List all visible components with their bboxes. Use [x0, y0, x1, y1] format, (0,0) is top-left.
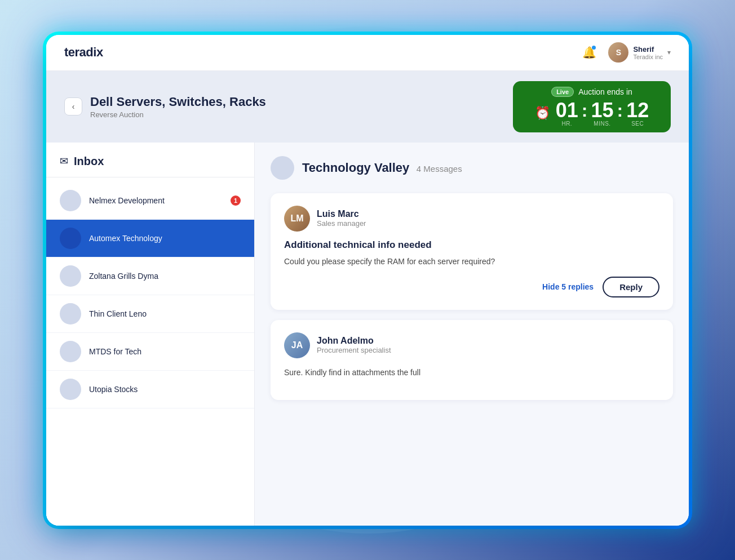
- inbox-item-name: Automex Technology: [89, 234, 241, 243]
- back-icon: ‹: [72, 102, 75, 111]
- inbox-header: ✉ Inbox: [46, 143, 254, 177]
- auction-info: Dell Servers, Switches, Racks Reverse Au…: [90, 95, 266, 119]
- notification-badge: 1: [231, 195, 241, 206]
- auction-title: Dell Servers, Switches, Racks: [90, 95, 266, 109]
- auction-header: ‹ Dell Servers, Switches, Racks Reverse …: [46, 71, 689, 143]
- timer-hours: 01 HR.: [556, 100, 578, 127]
- avatar: [60, 379, 81, 400]
- author-name: John Adelmo: [317, 336, 391, 346]
- avatar: [60, 265, 81, 287]
- auction-ends-text: Auction ends in: [578, 87, 632, 96]
- conversation-header: Technology Valley 4 Messages: [271, 156, 673, 180]
- author-info: Luis Marc Sales manager: [317, 209, 366, 228]
- inbox-item-automex[interactable]: Automex Technology: [46, 220, 254, 257]
- conversation-avatar: [271, 156, 294, 180]
- message-count: 4 Messages: [417, 164, 462, 174]
- sidebar: ✉ Inbox Nelmex Development 1 Automex Tec…: [46, 143, 255, 526]
- hide-replies-link[interactable]: Hide 5 replies: [542, 282, 594, 291]
- auction-subtitle: Reverse Auction: [90, 110, 266, 119]
- author-role: Sales manager: [317, 219, 366, 228]
- inbox-title: Inbox: [74, 155, 104, 168]
- top-nav: teradix 🔔 S Sherif Teradix inc ▾: [46, 35, 689, 71]
- live-badge: Live: [551, 87, 574, 97]
- inbox-item-utopia[interactable]: Utopia Stocks: [46, 371, 254, 408]
- inbox-item-thin-client[interactable]: Thin Client Leno: [46, 295, 254, 333]
- user-info: Sherif Teradix inc: [633, 45, 663, 60]
- auction-title-section: ‹ Dell Servers, Switches, Racks Reverse …: [64, 95, 266, 119]
- user-name: Sherif: [633, 45, 663, 54]
- main-content: ✉ Inbox Nelmex Development 1 Automex Tec…: [46, 143, 689, 526]
- inbox-list: Nelmex Development 1 Automex Technology …: [46, 177, 254, 413]
- dropdown-arrow-icon: ▾: [667, 48, 671, 56]
- avatar: [60, 228, 81, 249]
- conversation-title: Technology Valley: [302, 161, 409, 175]
- avatar: [60, 341, 81, 362]
- timer-top: Live Auction ends in: [551, 87, 632, 97]
- inbox-item-mtds[interactable]: MTDS for Tech: [46, 333, 254, 371]
- author-initials: LM: [290, 214, 303, 224]
- avatar: S: [608, 42, 628, 63]
- message-body: Could you please specify the RAM for eac…: [284, 255, 659, 268]
- timer-colon-1: :: [581, 100, 589, 121]
- author-avatar: LM: [284, 206, 310, 232]
- message-card-2: JA John Adelmo Procurement specialist Su…: [271, 320, 673, 400]
- message-body: Sure. Kindly find in attachments the ful…: [284, 366, 659, 379]
- message-actions: Hide 5 replies Reply: [284, 277, 659, 297]
- author-name: Luis Marc: [317, 209, 366, 219]
- inbox-item-zoltana[interactable]: Zoltana Grills Dyma: [46, 257, 254, 295]
- inbox-icon: ✉: [60, 155, 68, 167]
- message-author: LM Luis Marc Sales manager: [284, 206, 659, 232]
- inbox-item-name: Thin Client Leno: [89, 309, 241, 318]
- inbox-item-name: Zoltana Grills Dyma: [89, 272, 241, 281]
- author-avatar: JA: [284, 332, 310, 358]
- message-card-1: LM Luis Marc Sales manager Additional te…: [271, 193, 673, 310]
- message-author: JA John Adelmo Procurement specialist: [284, 332, 659, 358]
- inbox-item-name: Utopia Stocks: [89, 385, 241, 394]
- user-initials: S: [616, 48, 621, 57]
- user-company: Teradix inc: [633, 54, 663, 60]
- author-role: Procurement specialist: [317, 346, 391, 354]
- timer-colon-2: :: [616, 100, 625, 121]
- timer-widget: Live Auction ends in ⏰ 01 HR. : 15 MINS.…: [513, 81, 671, 132]
- timer-display: ⏰ 01 HR. : 15 MINS. : 12 SEC: [535, 100, 649, 127]
- inbox-item-name: MTDS for Tech: [89, 347, 241, 356]
- notification-bell[interactable]: 🔔: [579, 42, 599, 63]
- back-button[interactable]: ‹: [64, 97, 82, 115]
- clock-icon: ⏰: [535, 106, 550, 121]
- author-initials: JA: [291, 340, 303, 350]
- timer-minutes: 15 MINS.: [591, 100, 613, 127]
- inbox-item-nelmex[interactable]: Nelmex Development 1: [46, 182, 254, 220]
- avatar: [60, 303, 81, 325]
- conversation-title-area: Technology Valley 4 Messages: [302, 161, 462, 175]
- app-logo: teradix: [64, 45, 103, 60]
- message-panel: Technology Valley 4 Messages LM Luis Mar…: [255, 143, 689, 526]
- user-profile[interactable]: S Sherif Teradix inc ▾: [608, 42, 671, 63]
- message-subject: Additional technical info needed: [284, 239, 659, 251]
- reply-button[interactable]: Reply: [603, 277, 659, 297]
- inbox-item-name: Nelmex Development: [89, 196, 223, 205]
- timer-seconds: 12 SEC: [626, 100, 649, 127]
- avatar: [60, 190, 81, 211]
- author-info: John Adelmo Procurement specialist: [317, 336, 391, 354]
- nav-right: 🔔 S Sherif Teradix inc ▾: [579, 42, 671, 63]
